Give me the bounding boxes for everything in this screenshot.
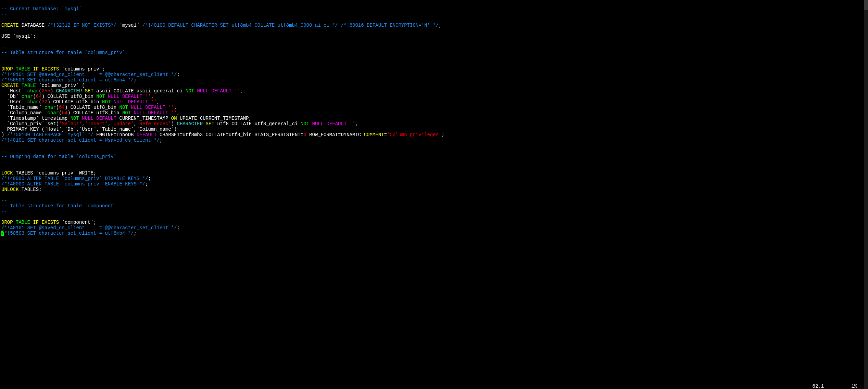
kw-default: DEFAULT (128, 99, 148, 105)
empty-string: '' (350, 121, 355, 127)
eq: = (384, 132, 387, 138)
str-select: 'Select' (59, 121, 82, 127)
rowformat: ROW_FORMAT=DYNAMIC (306, 132, 364, 138)
status-percent: 1% (851, 384, 857, 389)
version-comment: /*!40000 ALTER TABLE `columns_priv` ENAB… (1, 181, 145, 187)
semicolon: ; (134, 231, 136, 236)
kw-drop: DROP (1, 66, 13, 72)
num-64: 64 (62, 110, 67, 116)
comma: , (174, 105, 177, 110)
kw-unlock: UNLOCK (1, 187, 18, 192)
num-255: 255 (42, 88, 50, 94)
status-bar: 62,1 1% (0, 384, 864, 389)
kw-not: NOT (71, 116, 79, 121)
str-update: 'Update' (111, 121, 134, 127)
kw-drop: DROP (1, 220, 13, 225)
lock-tables: TABLES `columns_priv` WRITE; (13, 170, 97, 176)
charset-tail: CHARSET=utf8mb3 COLLATE=utf8_bin STATS_P… (157, 132, 303, 138)
paren: ) (47, 99, 50, 105)
col-host: `Host` (7, 88, 24, 94)
ident-columns-priv: `columns_priv` (62, 66, 102, 72)
paren: ) (67, 110, 70, 116)
version-comment: /*!40101 SET character_set_client = @sav… (1, 138, 160, 143)
empty-string: '' (168, 105, 174, 110)
kw-table: TABLE (22, 83, 36, 88)
version-comment: /*!40000 ALTER TABLE `columns_priv` DISA… (1, 176, 148, 181)
kw-if: IF (33, 220, 39, 225)
kw-table: TABLE (16, 66, 30, 72)
scrollbar[interactable] (864, 0, 868, 389)
indent (1, 110, 7, 116)
kw-set-type: set (45, 121, 56, 127)
num-32: 32 (42, 99, 48, 105)
comma: , (355, 121, 358, 127)
paren: ( (56, 105, 59, 110)
kw-not: NOT (301, 121, 309, 127)
semicolon: ; (33, 34, 36, 39)
scrollbar-thumb[interactable] (864, 0, 868, 10)
version-comment: /*!50100 TABLESPACE `mysql` */ (7, 132, 93, 138)
empty-string: '' (151, 99, 157, 105)
kw-default: DEFAULT (145, 105, 165, 110)
semicolon: ; (134, 77, 136, 83)
comma: , (157, 99, 160, 105)
version-comment: /*!40101 SET @saved_cs_client = @@charac… (1, 72, 177, 77)
kw-set: SET (85, 88, 93, 94)
indent (1, 94, 7, 99)
kw-if: IF (33, 66, 39, 72)
engine: ENGINE=InnoDB (93, 132, 137, 138)
paren: ) (171, 121, 174, 127)
col-column-priv: `Column_priv` (7, 121, 45, 127)
kw-not: NOT (122, 110, 131, 116)
kw-null: NULL (197, 88, 209, 94)
comma: , (134, 121, 137, 127)
kw-not: NOT (102, 99, 111, 105)
semicolon: ; (160, 138, 162, 143)
type-char: char (27, 88, 39, 94)
version-comment: /*!80016 DEFAULT ENCRYPTION='N' */ (341, 23, 439, 28)
col-timestamp: `Timestamp` (7, 116, 39, 121)
type-timestamp: timestamp (39, 116, 70, 121)
kw-not: NOT (186, 88, 194, 94)
version-comment: *!50503 SET character_set_client = utf8m… (4, 231, 134, 236)
kw-create: CREATE (1, 83, 18, 88)
kw-database: DATABASE (22, 23, 45, 28)
type-char: char (47, 110, 59, 116)
sql-comment: -- (1, 198, 7, 203)
semicolon: ; (177, 72, 179, 77)
code-area[interactable]: -- Current Database: `mysql` -- CREATE D… (0, 0, 864, 237)
kw-table: TABLE (16, 220, 30, 225)
kw-null: NULL (134, 110, 146, 116)
close-paren: ) (1, 132, 7, 138)
col-db: `Db` (7, 94, 19, 99)
kw-lock: LOCK (1, 170, 13, 176)
paren: ) (50, 88, 53, 94)
kw-not: NOT (96, 94, 105, 99)
indent (1, 121, 7, 127)
semicolon: ; (441, 132, 444, 138)
editor-viewport: -- Current Database: `mysql` -- CREATE D… (0, 0, 868, 389)
collate: COLLATE utf8_bin (71, 110, 122, 116)
kw-default: DEFAULT (96, 116, 116, 121)
comma: , (240, 88, 243, 94)
ident-mysql: `mysql` (13, 34, 33, 39)
comma: , (177, 110, 180, 116)
collate: COLLATE utf8_bin (45, 94, 96, 99)
kw-null: NULL (82, 116, 93, 121)
comma: , (82, 121, 85, 127)
col-column-name: `Column_name` (7, 110, 45, 116)
semicolon: ; (93, 220, 96, 225)
current-timestamp: CURRENT_TIMESTAMP (116, 116, 171, 121)
comma: , (151, 94, 154, 99)
sql-comment: -- Dumping data for table `columns_priv` (1, 154, 116, 159)
semicolon: ; (148, 176, 151, 181)
ident-mysql: `mysql` (119, 23, 140, 28)
paren: ( (39, 88, 41, 94)
semicolon: ; (439, 23, 441, 28)
ident-component: `component` (62, 220, 93, 225)
str-colpriv: 'Column privileges' (387, 132, 442, 138)
indent (1, 99, 7, 105)
kw-null: NULL (108, 94, 119, 99)
type-char: char (27, 99, 39, 105)
type-char: char (22, 94, 33, 99)
